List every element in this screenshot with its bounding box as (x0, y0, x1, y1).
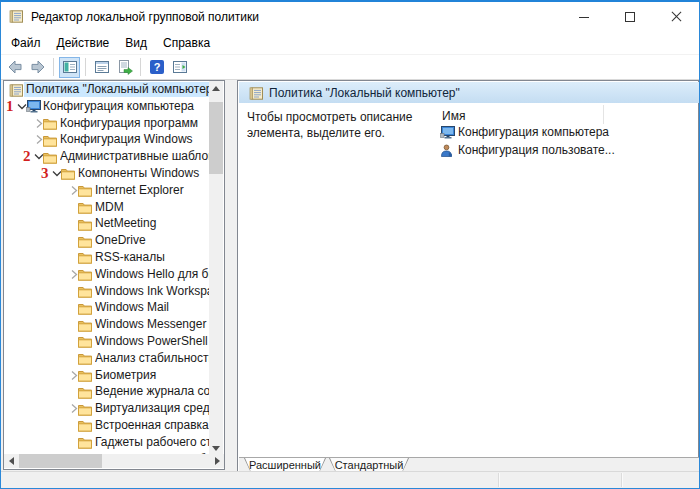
tree-item-label: Windows Mail (95, 300, 211, 315)
tree-horizontal-scrollbar[interactable] (4, 454, 224, 468)
action-pane-icon (172, 59, 188, 75)
tree-item[interactable]: Конфигурация компьютера (5, 98, 211, 115)
scroll-icon (9, 9, 25, 24)
folder-icon (43, 116, 58, 129)
folder-icon (61, 166, 76, 179)
tree-item[interactable]: Гаджеты рабочего стола (5, 434, 211, 451)
tree-item[interactable]: Политика "Локальный компьютер" (5, 81, 211, 98)
back-button[interactable] (4, 57, 25, 78)
tree-item-label: Анализ стабильности Windows (95, 351, 211, 366)
annotation-number: 2 (23, 149, 31, 164)
tree-item-label: Гаджеты рабочего стола (95, 435, 211, 450)
tree-item[interactable]: Windows Messenger (5, 316, 211, 333)
column-divider[interactable] (603, 105, 604, 124)
tree-vertical-scrollbar[interactable] (209, 81, 223, 455)
arrow-down-icon (212, 446, 220, 451)
folder-icon (78, 418, 93, 431)
tree-item-label: Конфигурация компьютера (43, 99, 211, 114)
status-bar (1, 471, 699, 488)
folder-icon (78, 385, 93, 398)
tree-item[interactable]: RSS-каналы (5, 249, 211, 266)
show-console-tree-button[interactable] (59, 57, 80, 78)
scroll-up-button[interactable] (209, 81, 223, 95)
tree-item[interactable]: Конфигурация Windows (5, 131, 211, 148)
tree-item-label: Windows PowerShell (95, 334, 211, 349)
menu-item[interactable]: Вид (117, 33, 155, 53)
tree-item-label: Компоненты Windows (78, 166, 211, 181)
menu-item[interactable]: Справка (155, 33, 218, 53)
folder-icon (78, 301, 93, 314)
tree-item[interactable]: OneDrive (5, 232, 211, 249)
tree-item-label: Internet Explorer (95, 183, 211, 198)
folder-icon (78, 234, 93, 247)
tree-item[interactable]: Windows Ink Workspace (5, 283, 211, 300)
tree-item-label: Встроенная справка (95, 418, 211, 433)
tree-item-label: Конфигурация Windows (60, 132, 211, 147)
folder-icon (43, 133, 58, 146)
tree-item-label: RSS-каналы (95, 250, 211, 265)
tree-item[interactable]: Windows Mail (5, 299, 211, 316)
tree-item-label: NetMeeting (95, 216, 211, 231)
tree-item[interactable]: Анализ стабильности Windows (5, 350, 211, 367)
tree-item[interactable]: Административные шаблоны (5, 148, 211, 165)
tree-item[interactable]: MDM (5, 199, 211, 216)
horizontal-scroll-thumb[interactable] (19, 454, 102, 468)
folder-icon (78, 402, 93, 415)
tree-item[interactable]: NetMeeting (5, 215, 211, 232)
scroll-right-button[interactable] (210, 454, 224, 468)
arrow-right-icon (215, 457, 220, 465)
computer-icon (26, 99, 41, 112)
tree-item[interactable]: Компоненты Windows (5, 165, 211, 182)
gpedit-window: Редактор локальной групповой политики Фа… (0, 0, 700, 489)
maximize-button[interactable] (607, 2, 653, 32)
tree-item-label: Виртуализация средств (95, 401, 211, 416)
svg-text:?: ? (153, 61, 160, 73)
column-header-name[interactable]: Имя (442, 109, 465, 123)
tree-item-label: Ведение журнала событий (95, 384, 211, 399)
properties-button[interactable] (91, 57, 112, 78)
maximize-icon (625, 12, 635, 22)
scroll-down-button[interactable] (209, 441, 223, 455)
folder-icon (78, 334, 93, 347)
tree-item[interactable]: Биометрия (5, 367, 211, 384)
toolbar-separator (53, 58, 54, 76)
tree-item[interactable]: Виртуализация средств (5, 400, 211, 417)
minimize-button[interactable] (561, 2, 607, 32)
menu-item[interactable]: Файл (3, 33, 49, 53)
arrow-up-icon (212, 86, 220, 91)
tree-item[interactable]: Windows Hello для бизнеса (5, 266, 211, 283)
close-button[interactable] (653, 2, 699, 32)
tree-item-label: Политика "Локальный компьютер" (24, 82, 209, 97)
toolbar: ? (1, 55, 699, 80)
export-list-button[interactable] (114, 57, 135, 78)
forward-button[interactable] (27, 57, 48, 78)
tree-item[interactable]: Конфигурация программ (5, 115, 211, 132)
tree-item[interactable]: Windows PowerShell (5, 333, 211, 350)
arrow-left-icon (9, 457, 14, 465)
help-button[interactable]: ? (146, 57, 167, 78)
annotation-number: 3 (41, 166, 49, 181)
vertical-scroll-thumb[interactable] (209, 102, 223, 174)
results-pane-header: Политика "Локальный компьютер" (239, 82, 699, 103)
tab-label: Стандартный (329, 458, 409, 472)
results-list: Конфигурация компьютераКонфигурация поль… (438, 123, 698, 159)
list-item[interactable]: Конфигурация пользовате... (438, 141, 698, 159)
tree-item[interactable]: Internet Explorer (5, 182, 211, 199)
user-icon (440, 143, 454, 157)
forward-arrow-icon (30, 59, 46, 75)
minimize-icon (579, 17, 589, 18)
list-item[interactable]: Конфигурация компьютера (438, 123, 698, 141)
show-action-pane-button[interactable] (169, 57, 190, 78)
menu-item[interactable]: Действие (49, 33, 118, 53)
tree-item[interactable]: Ведение журнала событий (5, 383, 211, 400)
folder-icon (78, 250, 93, 263)
tree-item-label: Конфигурация программ (60, 116, 211, 131)
tree-item[interactable]: Встроенная справка (5, 417, 211, 434)
tree-item-label: MDM (95, 200, 211, 215)
scroll-left-button[interactable] (4, 454, 18, 468)
description-text: Чтобы просмотреть описание элемента, выд… (247, 109, 419, 141)
results-pane: Политика "Локальный компьютер" Чтобы про… (237, 80, 699, 473)
title-bar: Редактор локальной групповой политики (1, 2, 699, 32)
folder-icon (78, 183, 93, 196)
console-tree-icon (62, 59, 78, 75)
